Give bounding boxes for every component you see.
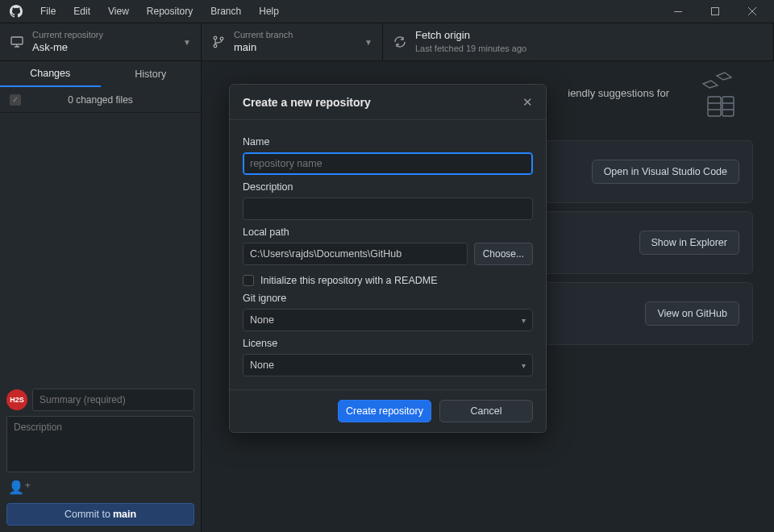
description-label: Description [243, 181, 533, 193]
svg-rect-1 [712, 8, 719, 15]
menu-help[interactable]: Help [251, 2, 287, 20]
changed-files-row: ✓ 0 changed files [0, 87, 201, 113]
branch-icon [211, 35, 226, 49]
changed-files-count: 0 changed files [31, 94, 201, 106]
svg-point-3 [214, 36, 217, 39]
menu-view[interactable]: View [100, 2, 137, 20]
toolbar: Current repository Ask-me ▼ Current bran… [0, 23, 774, 61]
svg-rect-6 [708, 97, 721, 116]
name-label: Name [243, 136, 533, 148]
menu-edit[interactable]: Edit [65, 2, 98, 20]
localpath-label: Local path [243, 227, 533, 238]
fetch-origin-button[interactable]: Fetch origin Last fetched 19 minutes ago [383, 23, 774, 60]
monitor-icon [10, 35, 24, 49]
commit-description-input[interactable] [6, 416, 194, 472]
commit-summary-input[interactable] [32, 389, 194, 411]
open-vscode-button[interactable]: Open in Visual Studio Code [592, 160, 739, 184]
gitignore-label: Git ignore [243, 293, 533, 304]
left-panel: Changes History ✓ 0 changed files H2S 👤⁺… [0, 61, 202, 532]
titlebar: File Edit View Repository Branch Help [0, 0, 774, 23]
select-all-checkbox[interactable]: ✓ [10, 94, 21, 106]
svg-rect-0 [674, 11, 682, 12]
readme-label: Initialize this repository with a README [260, 275, 438, 286]
commit-button[interactable]: Commit tomain [6, 503, 194, 526]
current-branch-dropdown[interactable]: Current branch main ▼ [202, 23, 383, 60]
readme-checkbox[interactable] [243, 275, 254, 286]
maximize-button[interactable] [697, 0, 734, 23]
tab-history[interactable]: History [101, 61, 202, 87]
modal-title: Create a new repository [243, 96, 371, 109]
menu-repository[interactable]: Repository [139, 2, 201, 20]
gitignore-select[interactable]: None [243, 309, 533, 331]
current-repository-label: Current repository [32, 29, 103, 40]
localpath-input[interactable] [243, 243, 468, 265]
svg-point-4 [214, 44, 217, 48]
svg-point-5 [220, 37, 223, 40]
menu-branch[interactable]: Branch [202, 2, 249, 20]
minimize-button[interactable] [660, 0, 697, 23]
repository-name-input[interactable] [243, 152, 533, 175]
add-coauthor-icon[interactable]: 👤⁺ [6, 475, 194, 503]
license-label: License [243, 338, 533, 349]
svg-rect-7 [722, 97, 734, 116]
view-github-button[interactable]: View on GitHub [645, 301, 739, 326]
avatar: H2S [6, 389, 27, 410]
github-logo-icon [8, 3, 24, 19]
chevron-down-icon: ▼ [364, 38, 372, 47]
choose-path-button[interactable]: Choose... [474, 243, 533, 265]
commit-box: H2S 👤⁺ Commit tomain [0, 382, 201, 532]
show-explorer-button[interactable]: Show in Explorer [639, 231, 740, 255]
svg-rect-2 [11, 37, 23, 44]
modal-close-button[interactable]: ✕ [522, 95, 533, 110]
cancel-button[interactable]: Cancel [439, 400, 533, 422]
tab-changes[interactable]: Changes [0, 61, 101, 87]
create-repository-button[interactable]: Create repository [338, 400, 431, 422]
fetch-origin-label: Fetch origin [415, 29, 526, 43]
current-repository-value: Ask-me [32, 41, 103, 55]
menu-file[interactable]: File [32, 2, 64, 20]
sync-icon [393, 35, 407, 49]
window-controls [660, 0, 771, 23]
current-branch-value: main [234, 41, 293, 55]
current-branch-label: Current branch [234, 29, 293, 40]
create-repository-modal: Create a new repository ✕ Name Descripti… [229, 84, 547, 433]
menubar: File Edit View Repository Branch Help [32, 2, 287, 20]
license-select[interactable]: None [243, 354, 533, 376]
chevron-down-icon: ▼ [183, 38, 191, 47]
repository-description-input[interactable] [243, 197, 533, 220]
decorative-art-icon [680, 69, 737, 126]
current-repository-dropdown[interactable]: Current repository Ask-me ▼ [0, 23, 202, 60]
close-button[interactable] [734, 0, 771, 23]
fetch-origin-status: Last fetched 19 minutes ago [415, 43, 526, 54]
